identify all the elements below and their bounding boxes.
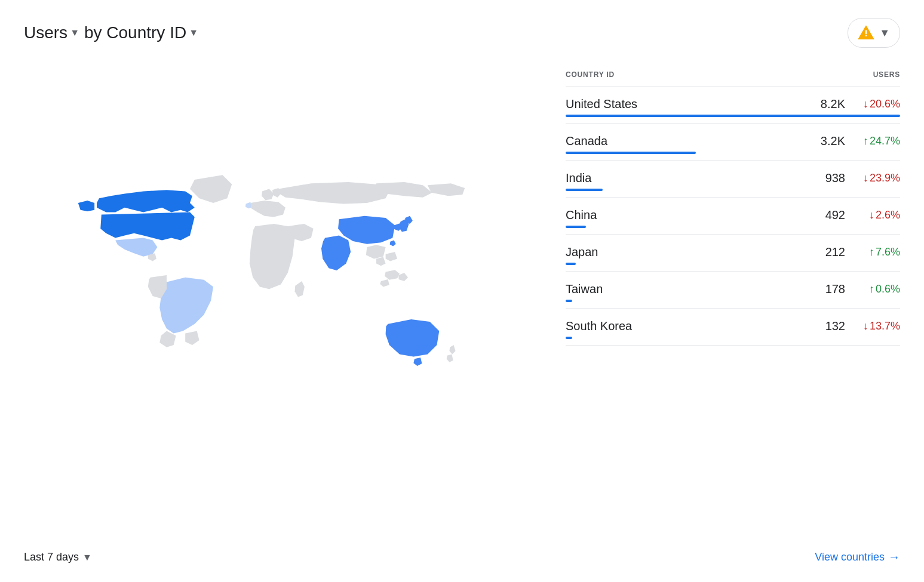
bar-container bbox=[566, 115, 900, 117]
bar-container bbox=[566, 263, 900, 265]
dimension-chevron-icon: ▼ bbox=[189, 27, 198, 38]
date-range-dropdown[interactable]: Last 7 days ▼ bbox=[24, 551, 92, 563]
country-name: United States bbox=[566, 97, 793, 111]
main-content: COUNTRY ID USERS United States 8.2K ↓ 20… bbox=[24, 60, 900, 532]
table-row[interactable]: India 938 ↓ 23.9% bbox=[566, 161, 900, 198]
change-value: ↑ 7.6% bbox=[852, 246, 900, 258]
users-count: 212 bbox=[815, 245, 845, 259]
table-row[interactable]: Taiwan 178 ↑ 0.6% bbox=[566, 272, 900, 309]
table-rows-container: United States 8.2K ↓ 20.6% Canada 3.2K bbox=[566, 87, 900, 346]
users-count: 3.2K bbox=[815, 134, 845, 148]
change-value: ↓ 20.6% bbox=[852, 98, 900, 110]
analytics-widget: Users ▼ by Country ID ▼ ▼ bbox=[0, 0, 924, 582]
users-count: 132 bbox=[815, 319, 845, 333]
date-range-label: Last 7 days bbox=[24, 551, 79, 563]
country-name: China bbox=[566, 208, 793, 222]
alert-button[interactable]: ▼ bbox=[848, 18, 900, 48]
change-value: ↓ 2.6% bbox=[852, 209, 900, 221]
change-value: ↑ 0.6% bbox=[852, 283, 900, 295]
dimension-label: by Country ID bbox=[84, 23, 186, 42]
header-controls: Users ▼ by Country ID ▼ bbox=[24, 23, 198, 42]
usage-bar bbox=[566, 226, 586, 228]
col-country-header: COUNTRY ID bbox=[566, 70, 793, 79]
usage-bar bbox=[566, 152, 696, 154]
col-users-header: USERS bbox=[793, 70, 900, 79]
country-name: India bbox=[566, 171, 793, 185]
bar-container bbox=[566, 337, 900, 339]
table-header: COUNTRY ID USERS bbox=[566, 66, 900, 87]
widget-footer: Last 7 days ▼ View countries → bbox=[24, 544, 900, 564]
users-count: 938 bbox=[815, 171, 845, 185]
arrow-right-icon: → bbox=[888, 550, 900, 564]
usage-bar bbox=[566, 263, 576, 265]
table-row[interactable]: China 492 ↓ 2.6% bbox=[566, 198, 900, 235]
table-row[interactable]: Canada 3.2K ↑ 24.7% bbox=[566, 124, 900, 161]
country-name: South Korea bbox=[566, 319, 793, 333]
view-countries-link[interactable]: View countries → bbox=[815, 550, 900, 564]
usage-bar bbox=[566, 189, 603, 191]
table-row[interactable]: South Korea 132 ↓ 13.7% bbox=[566, 309, 900, 346]
metric-chevron-icon: ▼ bbox=[70, 27, 79, 38]
view-countries-label: View countries bbox=[815, 551, 885, 563]
widget-header: Users ▼ by Country ID ▼ ▼ bbox=[24, 18, 900, 48]
usage-bar bbox=[566, 300, 572, 302]
data-table: COUNTRY ID USERS United States 8.2K ↓ 20… bbox=[566, 60, 900, 532]
map-container bbox=[24, 60, 542, 532]
users-count: 178 bbox=[815, 282, 845, 296]
country-name: Japan bbox=[566, 245, 793, 259]
world-map bbox=[50, 141, 516, 451]
bar-container bbox=[566, 226, 900, 228]
svg-point-0 bbox=[865, 35, 867, 36]
usage-bar bbox=[566, 337, 572, 339]
table-row[interactable]: Japan 212 ↑ 7.6% bbox=[566, 235, 900, 272]
bar-container bbox=[566, 189, 900, 191]
table-row[interactable]: United States 8.2K ↓ 20.6% bbox=[566, 87, 900, 124]
country-name: Canada bbox=[566, 134, 793, 148]
date-range-chevron-icon: ▼ bbox=[82, 552, 92, 563]
alert-chevron-icon: ▼ bbox=[879, 27, 890, 39]
metric-dropdown[interactable]: Users ▼ bbox=[24, 23, 79, 42]
metric-label: Users bbox=[24, 23, 67, 42]
users-count: 492 bbox=[815, 208, 845, 222]
dimension-dropdown[interactable]: by Country ID ▼ bbox=[84, 23, 198, 42]
bar-container bbox=[566, 300, 900, 302]
warning-icon bbox=[858, 24, 874, 41]
change-value: ↑ 24.7% bbox=[852, 135, 900, 147]
change-value: ↓ 13.7% bbox=[852, 320, 900, 332]
usage-bar bbox=[566, 115, 900, 117]
bar-container bbox=[566, 152, 900, 154]
change-value: ↓ 23.9% bbox=[852, 172, 900, 184]
users-count: 8.2K bbox=[815, 97, 845, 111]
country-name: Taiwan bbox=[566, 282, 793, 296]
